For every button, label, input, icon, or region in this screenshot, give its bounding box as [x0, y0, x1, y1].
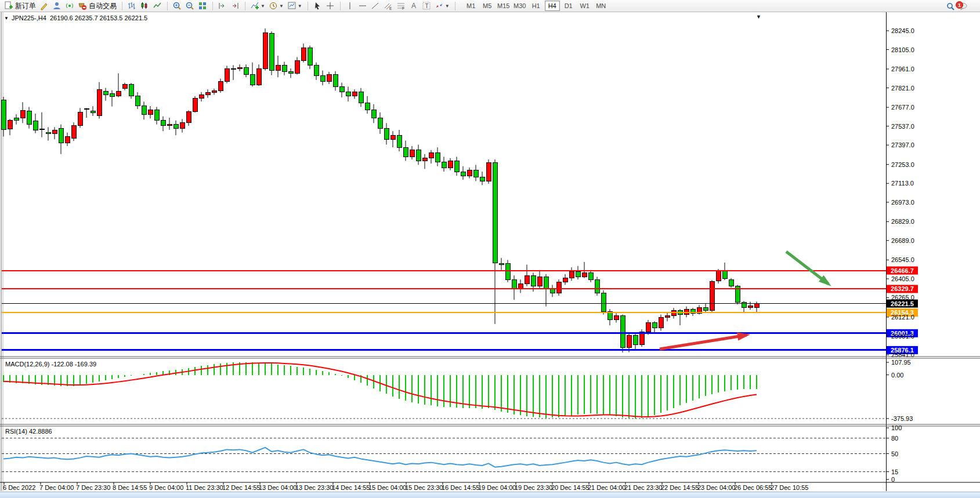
- candle-body[interactable]: [493, 163, 497, 263]
- candle-body[interactable]: [256, 69, 261, 85]
- candle-body[interactable]: [505, 263, 510, 279]
- candle-body[interactable]: [135, 96, 140, 106]
- candle-body[interactable]: [442, 162, 446, 168]
- candle-body[interactable]: [461, 172, 465, 176]
- candle-body[interactable]: [269, 34, 274, 71]
- candle-body[interactable]: [193, 99, 197, 112]
- candle-body[interactable]: [154, 110, 159, 120]
- candle-body[interactable]: [390, 135, 395, 139]
- candle-body[interactable]: [633, 336, 638, 345]
- candle-body[interactable]: [225, 69, 229, 81]
- candlestick-chart-button[interactable]: [138, 1, 151, 12]
- alerts-button[interactable]: [63, 1, 76, 12]
- chart-canvas[interactable]: 26466.726329.726221.526154.326001.325876…: [0, 12, 980, 492]
- candle-body[interactable]: [646, 322, 650, 332]
- candle-body[interactable]: [403, 147, 408, 157]
- crosshair-button[interactable]: [324, 1, 337, 12]
- timeframe-h4-button[interactable]: H4: [545, 1, 560, 11]
- candle-body[interactable]: [327, 75, 331, 82]
- arrows-button[interactable]: ▼: [433, 1, 451, 12]
- candle-body[interactable]: [576, 271, 580, 277]
- candle-body[interactable]: [703, 308, 708, 311]
- periods-button[interactable]: ▼: [267, 1, 285, 12]
- notifications-button[interactable]: 1: [957, 1, 970, 12]
- timeframe-m15-button[interactable]: M15: [496, 1, 511, 11]
- candle-body[interactable]: [308, 48, 312, 65]
- candle-body[interactable]: [588, 272, 593, 279]
- candle-body[interactable]: [122, 85, 127, 89]
- timeframe-w1-button[interactable]: W1: [577, 1, 592, 11]
- candle-body[interactable]: [416, 150, 421, 161]
- candle-body[interactable]: [27, 111, 31, 124]
- trendline-button[interactable]: [369, 1, 382, 12]
- candle-body[interactable]: [410, 150, 414, 157]
- candle-body[interactable]: [244, 67, 248, 74]
- timeframe-m30-button[interactable]: M30: [512, 1, 527, 11]
- dropdown-caret-icon[interactable]: ▼: [279, 3, 284, 9]
- candle-body[interactable]: [684, 309, 689, 314]
- timeframe-m5-button[interactable]: M5: [480, 1, 495, 11]
- candle-body[interactable]: [544, 277, 548, 289]
- candle-body[interactable]: [652, 322, 657, 328]
- candle-body[interactable]: [595, 279, 599, 293]
- chart-shift-button[interactable]: [229, 1, 241, 12]
- candle-body[interactable]: [103, 92, 108, 95]
- candle-body[interactable]: [659, 317, 663, 328]
- candle-body[interactable]: [186, 112, 191, 123]
- candle-body[interactable]: [84, 108, 89, 109]
- candle-body[interactable]: [288, 72, 293, 73]
- candle-body[interactable]: [525, 275, 529, 283]
- vertical-line-button[interactable]: [343, 1, 356, 12]
- candle-body[interactable]: [46, 133, 50, 134]
- timeframe-m1-button[interactable]: M1: [464, 1, 479, 11]
- candle-body[interactable]: [397, 135, 402, 147]
- candle-body[interactable]: [8, 121, 12, 129]
- bar-chart-button[interactable]: [125, 1, 138, 12]
- candle-body[interactable]: [263, 33, 267, 69]
- collapse-triangle-icon[interactable]: ▼: [4, 16, 9, 21]
- candle-body[interactable]: [161, 120, 165, 125]
- candle-body[interactable]: [218, 81, 223, 90]
- candle-body[interactable]: [448, 161, 453, 168]
- candle-body[interactable]: [422, 158, 427, 161]
- candle-body[interactable]: [116, 92, 121, 96]
- timeframe-h1-button[interactable]: H1: [529, 1, 544, 11]
- candle-body[interactable]: [671, 311, 676, 316]
- candle-body[interactable]: [742, 302, 746, 308]
- candle-body[interactable]: [614, 316, 619, 320]
- candle-body[interactable]: [173, 124, 178, 128]
- candle-body[interactable]: [371, 110, 376, 118]
- timeframe-mn-button[interactable]: MN: [594, 1, 609, 11]
- candle-body[interactable]: [20, 110, 25, 118]
- new-order-button[interactable]: 新订单: [2, 1, 38, 12]
- candle-body[interactable]: [480, 177, 484, 181]
- auto-scroll-button[interactable]: [216, 1, 229, 12]
- candle-body[interactable]: [250, 75, 255, 85]
- search-button[interactable]: [944, 1, 957, 12]
- candle-body[interactable]: [71, 125, 76, 138]
- candle-body[interactable]: [142, 106, 146, 115]
- candle-body[interactable]: [1, 100, 6, 130]
- horizontal-line-button[interactable]: [356, 1, 369, 12]
- candle-body[interactable]: [110, 94, 114, 97]
- candle-body[interactable]: [556, 282, 561, 293]
- autotrading-button[interactable]: 自动交易: [76, 1, 118, 12]
- candle-body[interactable]: [563, 278, 567, 282]
- candle-body[interactable]: [359, 92, 363, 103]
- candle-body[interactable]: [729, 279, 733, 286]
- candle-body[interactable]: [582, 272, 587, 277]
- candle-body[interactable]: [346, 92, 350, 96]
- candle-body[interactable]: [365, 103, 370, 110]
- candle-body[interactable]: [378, 118, 382, 129]
- candle-body[interactable]: [716, 271, 721, 281]
- candle-body[interactable]: [537, 277, 542, 286]
- candle-body[interactable]: [231, 68, 236, 69]
- label-button[interactable]: T: [420, 1, 433, 12]
- candle-body[interactable]: [601, 293, 606, 312]
- dropdown-caret-icon[interactable]: ▼: [445, 3, 450, 9]
- timeframe-d1-button[interactable]: D1: [561, 1, 576, 11]
- zoom-in-button[interactable]: [171, 1, 183, 12]
- templates-button[interactable]: ▼: [285, 1, 304, 12]
- candle-body[interactable]: [276, 65, 280, 70]
- candle-body[interactable]: [429, 152, 433, 158]
